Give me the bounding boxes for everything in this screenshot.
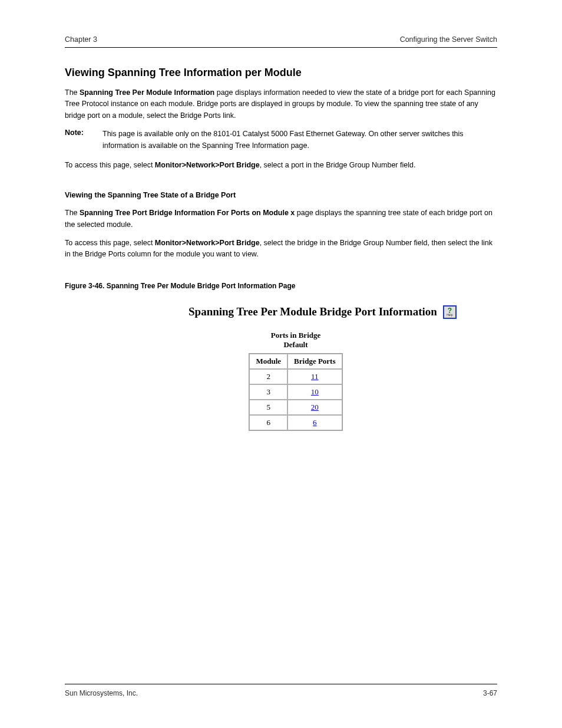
- note-block: Note: This page is available only on the…: [65, 129, 497, 151]
- text: To access this page, select: [65, 239, 155, 247]
- help-icon[interactable]: ? Help: [443, 305, 457, 319]
- bridge-ports-link[interactable]: 11: [311, 372, 319, 381]
- section-heading: Viewing Spanning Tree Information per Mo…: [65, 67, 497, 79]
- running-head-left: Chapter 3: [65, 35, 97, 44]
- footer-right: 3-67: [483, 689, 497, 697]
- cell-bridge-ports: 20: [287, 400, 342, 415]
- cell-module: 3: [249, 384, 287, 400]
- text: , select a port in the Bridge Group Numb…: [260, 161, 416, 169]
- paragraph-4: To access this page, select Monitor>Netw…: [65, 238, 497, 261]
- emph: Spanning Tree Per Module Information: [80, 88, 214, 97]
- running-head-right: Configuring the Server Switch: [400, 35, 497, 44]
- text: Default: [283, 340, 308, 349]
- note-body: This page is available only on the 8101-…: [103, 129, 497, 151]
- bridge-ports-table: Module Bridge Ports 2 11 3 10 5: [249, 353, 342, 431]
- figure-caption: Figure 3-46. Spanning Tree Per Module Br…: [65, 282, 497, 290]
- text: page.: [289, 141, 309, 150]
- table-header-row: Module Bridge Ports: [249, 354, 342, 369]
- emph: Spanning Tree Port Bridge Information Fo…: [80, 209, 295, 217]
- paragraph-1: The Spanning Tree Per Module Information…: [65, 87, 497, 121]
- text: The: [65, 209, 80, 217]
- cell-module: 5: [249, 400, 287, 415]
- emph: Monitor>Network>Port Bridge: [155, 161, 260, 169]
- footer-left: Sun Microsystems, Inc.: [65, 689, 138, 697]
- table-row: 2 11: [249, 369, 342, 384]
- bridge-ports-link[interactable]: 6: [313, 418, 317, 427]
- emph: Monitor>Network>Port Bridge: [155, 239, 260, 247]
- table-row: 5 20: [249, 400, 342, 415]
- bridge-ports-link[interactable]: 20: [311, 403, 319, 411]
- bridge-ports-link[interactable]: 10: [311, 387, 319, 396]
- table-super-caption: Ports in Bridge Default: [271, 331, 321, 350]
- cell-module: 6: [249, 415, 287, 430]
- help-icon-label: Help: [447, 314, 452, 317]
- figure: Spanning Tree Per Module Bridge Port Inf…: [65, 305, 497, 431]
- top-rule: [65, 47, 497, 48]
- text: To access this page, select: [65, 161, 155, 169]
- cell-module: 2: [249, 369, 287, 384]
- col-header-module: Module: [249, 354, 287, 369]
- col-header-bridge-ports: Bridge Ports: [287, 354, 342, 369]
- cell-bridge-ports: 6: [287, 415, 342, 430]
- table-row: 3 10: [249, 384, 342, 400]
- paragraph-3: The Spanning Tree Port Bridge Informatio…: [65, 207, 497, 230]
- footer-rule: [65, 684, 497, 684]
- sub-heading: Viewing the Spanning Tree State of a Bri…: [65, 191, 497, 199]
- page-footer: Sun Microsystems, Inc. 3-67: [65, 684, 497, 697]
- figure-title: Spanning Tree Per Module Bridge Port Inf…: [189, 305, 437, 318]
- note-label: Note:: [65, 129, 90, 151]
- text: Ports in Bridge: [271, 331, 321, 340]
- text: The: [65, 88, 80, 97]
- paragraph-2: To access this page, select Monitor>Netw…: [65, 160, 497, 171]
- cell-bridge-ports: 10: [287, 384, 342, 400]
- cell-bridge-ports: 11: [287, 369, 342, 384]
- table-row: 6 6: [249, 415, 342, 430]
- emph: Spanning Tree Information: [202, 141, 289, 150]
